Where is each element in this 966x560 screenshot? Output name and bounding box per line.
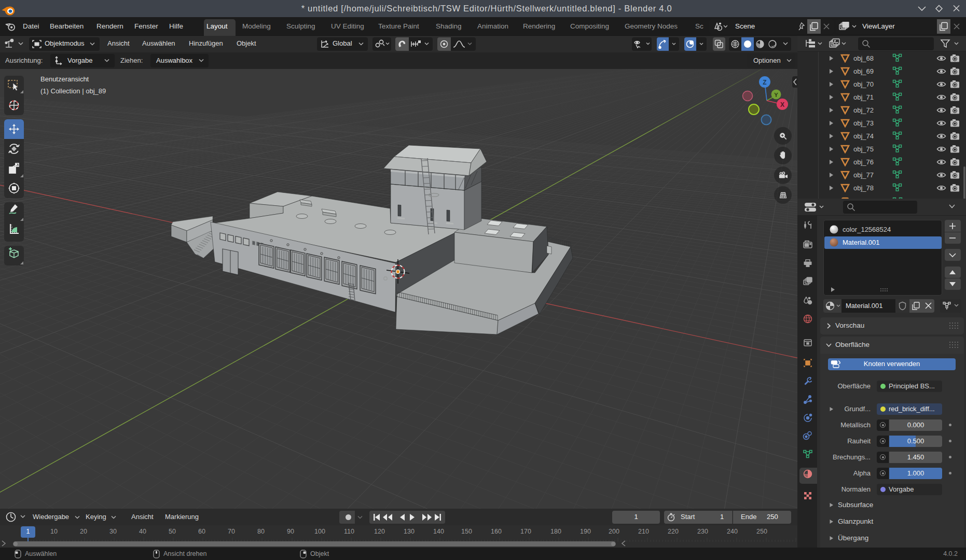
svg-text:Y: Y — [774, 92, 778, 98]
svg-text:X: X — [780, 101, 784, 108]
svg-text:Z: Z — [763, 79, 766, 86]
